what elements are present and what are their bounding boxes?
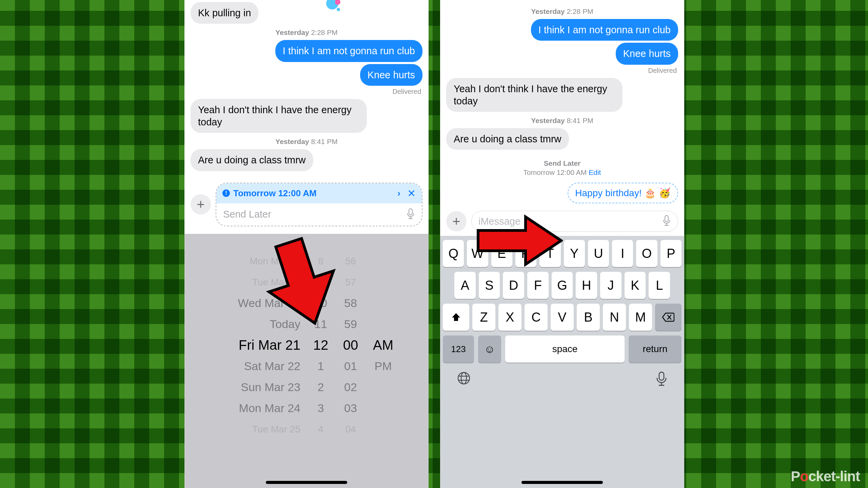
key-x[interactable]: X (498, 304, 521, 331)
home-indicator[interactable] (266, 481, 347, 484)
key-j[interactable]: J (600, 272, 622, 299)
edit-link[interactable]: Edit (589, 168, 601, 176)
picker-row[interactable]: Today1159 (184, 314, 429, 335)
key-k[interactable]: K (625, 272, 646, 299)
key-l[interactable]: L (649, 272, 670, 299)
timestamp: Yesterday 8:41 PM (191, 138, 422, 146)
key-b[interactable]: B (577, 304, 600, 331)
svg-point-2 (337, 8, 340, 11)
scheduled-message-bubble[interactable]: Happy birthday! 🎂 🥳 (568, 183, 678, 203)
placeholder-text: Send Later (223, 209, 406, 220)
schedule-banner[interactable]: ! Tomorrow 12:00 AM › ✕ (216, 183, 422, 203)
key-f[interactable]: F (527, 272, 549, 299)
key-v[interactable]: V (551, 304, 574, 331)
key-a[interactable]: A (454, 272, 476, 299)
message-sent: Knee hurts (360, 64, 422, 86)
phone-left: Kk pulling in Yesterday 2:28 PM I think … (184, 0, 429, 488)
key-space[interactable]: space (505, 336, 625, 363)
key-g[interactable]: G (552, 272, 573, 299)
send-later-header: Send Later Tomorrow 12:00 AM Edit (440, 159, 684, 177)
send-later-input[interactable]: Send Later (216, 203, 422, 226)
key-123[interactable]: 123 (443, 336, 474, 363)
picker-row[interactable]: Mon Mar 24303 (184, 398, 429, 419)
key-q[interactable]: Q (443, 240, 464, 267)
message-sent: Knee hurts (616, 43, 678, 64)
key-r[interactable]: R (515, 240, 536, 267)
reaction-effect-icon (323, 0, 344, 14)
add-button[interactable]: + (191, 194, 211, 215)
placeholder-text: iMessage (478, 216, 662, 227)
key-w[interactable]: W (467, 240, 488, 267)
keyboard[interactable]: QWERTYUIOP ASDFGHJKL ZXCVBNM 123 ☺ space… (440, 236, 684, 488)
svg-rect-7 (659, 372, 664, 380)
key-d[interactable]: D (503, 272, 524, 299)
picker-row[interactable]: Tue Mar 18957 (184, 272, 429, 293)
delivered-label: Delivered (191, 88, 421, 96)
send-later-title: Send Later (440, 159, 684, 167)
send-later-box: ! Tomorrow 12:00 AM › ✕ Send Later (216, 183, 422, 226)
key-return[interactable]: return (629, 336, 682, 363)
schedule-time-label[interactable]: Tomorrow 12:00 AM (233, 188, 394, 199)
message-recv: Kk pulling in (191, 2, 258, 24)
key-shift[interactable] (443, 304, 469, 331)
key-c[interactable]: C (525, 304, 548, 331)
key-i[interactable]: I (612, 240, 633, 267)
picker-row[interactable]: Tue Mar 25404 (184, 419, 429, 440)
chevron-right-icon: › (397, 188, 400, 199)
add-button[interactable]: + (446, 211, 467, 231)
key-u[interactable]: U (588, 240, 609, 267)
key-p[interactable]: P (660, 240, 682, 267)
key-h[interactable]: H (576, 272, 597, 299)
key-z[interactable]: Z (472, 304, 495, 331)
close-icon[interactable]: ✕ (407, 187, 416, 199)
svg-point-5 (458, 372, 470, 384)
key-t[interactable]: T (539, 240, 560, 267)
key-delete[interactable] (655, 304, 682, 331)
microphone-icon[interactable] (662, 215, 671, 228)
message-sent: I think I am not gonna run club (531, 19, 678, 41)
watermark: Pocket-lint (791, 468, 860, 485)
key-o[interactable]: O (636, 240, 657, 267)
timestamp: Yesterday 2:28 PM (191, 28, 422, 37)
message-recv: Are u doing a class tmrw (191, 149, 313, 171)
message-sent: I think I am not gonna run club (275, 40, 422, 62)
picker-row[interactable]: Sat Mar 22101PM (184, 356, 429, 377)
picker-row[interactable]: Wed Mar 191058 (184, 293, 429, 314)
key-y[interactable]: Y (564, 240, 585, 267)
message-recv: Yeah I don't think I have the energy tod… (446, 78, 623, 112)
svg-rect-3 (409, 209, 412, 215)
key-e[interactable]: E (491, 240, 512, 267)
message-recv: Are u doing a class tmrw (446, 128, 569, 150)
microphone-icon[interactable] (406, 208, 415, 221)
picker-row[interactable]: Fri Mar 211200AM (184, 335, 429, 356)
compose-input[interactable]: iMessage (471, 211, 678, 232)
svg-point-6 (461, 372, 467, 384)
delivered-label: Delivered (446, 67, 677, 75)
picker-row[interactable]: Sun Mar 23202 (184, 377, 429, 398)
picker-row[interactable]: Mon Mar 17856 (184, 251, 429, 272)
key-emoji[interactable]: ☺ (478, 336, 501, 363)
key-n[interactable]: N (603, 304, 626, 331)
globe-icon[interactable] (456, 371, 471, 390)
datetime-picker[interactable]: Mon Mar 17856Tue Mar 18957Wed Mar 191058… (184, 234, 429, 488)
phone-right: Yesterday 2:28 PM I think I am not gonna… (440, 0, 684, 488)
dictate-icon[interactable] (655, 371, 668, 390)
home-indicator[interactable] (521, 481, 603, 484)
key-s[interactable]: S (479, 272, 500, 299)
svg-rect-4 (665, 216, 668, 222)
key-m[interactable]: M (629, 304, 652, 331)
clock-icon: ! (222, 189, 230, 197)
send-later-time: Tomorrow 12:00 AM (524, 168, 587, 176)
message-recv: Yeah I don't think I have the energy tod… (191, 99, 367, 133)
timestamp: Yesterday 2:28 PM (446, 7, 678, 16)
timestamp: Yesterday 8:41 PM (446, 117, 678, 125)
